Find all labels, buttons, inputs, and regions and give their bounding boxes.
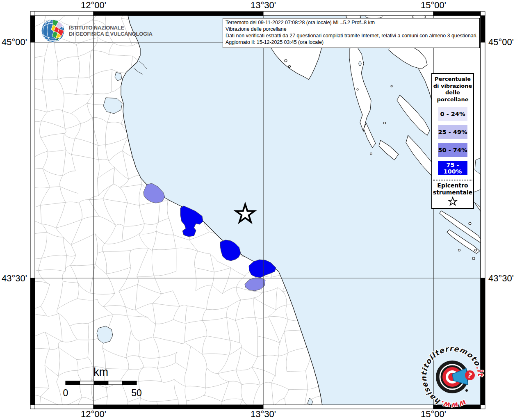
axis-bottom-15: 15°00': [421, 409, 446, 419]
axis-top-1330: 13°30': [251, 0, 276, 10]
scale-start: 0: [63, 388, 68, 398]
legend-title-line: delle: [432, 89, 473, 96]
data-disclaimer: Dati non verificati estratti da 27 quest…: [226, 33, 477, 39]
axis-bottom-1330: 13°30': [251, 409, 276, 419]
map-subject: Vibrazione delle porcellane: [226, 26, 477, 33]
legend: Percentuale di vibrazione delle porcella…: [431, 73, 474, 209]
axis-left-4330: 43°30': [2, 273, 27, 283]
axis-top-15: 15°00': [421, 0, 446, 10]
axis-bottom-12: 12°00': [81, 409, 106, 419]
ingv-globe-icon: [40, 18, 66, 43]
legend-class-25-49: 25 - 49%: [438, 125, 467, 139]
legend-class-75-100: 75 - 100%: [438, 161, 467, 175]
legend-epicenter-line1: Epicentro: [432, 182, 473, 189]
axis-left-45: 45°00': [2, 37, 27, 47]
axis-top-12: 12°00': [81, 0, 106, 10]
axis-right-45: 45°00': [488, 37, 514, 47]
legend-title-line: Percentuale: [432, 76, 473, 83]
legend-epicenter-line2: strumentale: [432, 189, 473, 196]
event-info-box: Terremoto del 09-11-2022 07:08:28 (ora l…: [223, 18, 480, 48]
axis-right-4330: 43°30': [488, 273, 514, 283]
legend-star-icon: [447, 196, 458, 206]
scale-unit: km: [93, 366, 108, 378]
shakemap-page: 12°00' 13°30' 15°00' 12°00' 13°30' 15°00…: [0, 0, 515, 420]
legend-title-line: porcellane: [432, 96, 473, 103]
ingv-name-line2: DI GEOFISICA E VULCANOLOGIA: [69, 31, 153, 37]
ingv-name-line1: ISTITUTO NAZIONALE: [69, 25, 153, 31]
legend-class-50-74: 50 - 74%: [438, 143, 467, 157]
legend-title-line: di vibrazione: [432, 83, 473, 90]
ingv-logo: ISTITUTO NAZIONALE DI GEOFISICA E VULCAN…: [40, 18, 153, 43]
legend-title: Percentuale di vibrazione delle porcella…: [432, 76, 473, 103]
update-timestamp: Aggiornato il: 15-12-2025 03:45 (ora loc…: [226, 39, 477, 46]
legend-class-0-24: 0 - 24%: [438, 107, 467, 121]
event-title: Terremoto del 09-11-2022 07:08:28 (ora l…: [226, 20, 477, 26]
map-canvas: 12°00' 13°30' 15°00' 12°00' 13°30' 15°00…: [0, 0, 515, 420]
legend-divider: [433, 180, 472, 180]
scale-end: 50: [131, 388, 142, 398]
